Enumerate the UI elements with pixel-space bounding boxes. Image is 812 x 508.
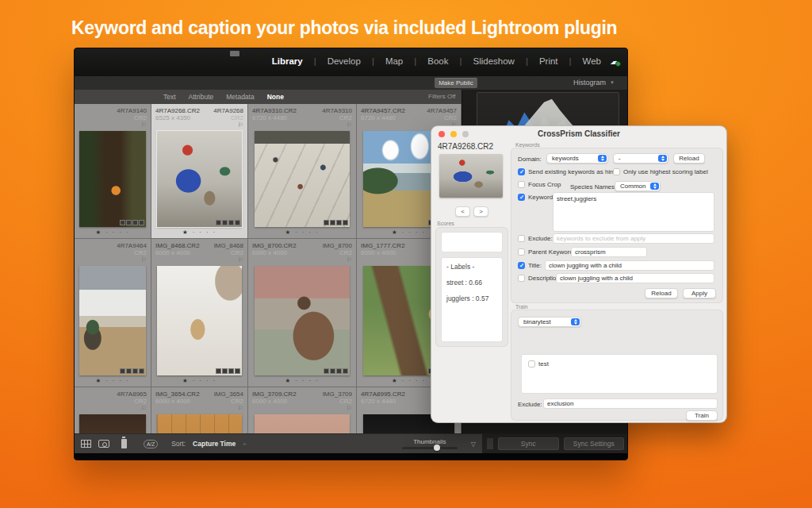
train-button[interactable]: Train (686, 410, 718, 421)
species-dropdown[interactable]: Common (615, 181, 661, 191)
rating-stars[interactable]: ★ · · · · (151, 228, 247, 238)
keywords-checkbox[interactable] (518, 194, 525, 201)
bottom-toolbar: A/Z Sort: Capture Time ÷ Thumbnails ▽ (75, 433, 482, 453)
cell-thumbnail[interactable] (157, 414, 241, 433)
keywords-textarea[interactable]: street,jugglers (553, 192, 714, 232)
cell-filename: IMG_3709.CR2 (252, 391, 297, 398)
flag-icon[interactable]: ⚐ (238, 405, 243, 412)
cell-thumbnail[interactable] (157, 131, 241, 227)
flag-icon[interactable]: ⚐ (347, 405, 352, 412)
module-web[interactable]: Web (564, 56, 607, 66)
sync-settings-button[interactable]: Sync Settings (564, 437, 625, 450)
panel-grip[interactable] (230, 51, 239, 56)
reload-button[interactable]: Reload (645, 288, 678, 298)
filter-tab-text[interactable]: Text (163, 93, 176, 101)
badge-icons[interactable] (120, 220, 144, 225)
grid-view-icon[interactable] (81, 440, 91, 448)
title-checkbox[interactable] (518, 262, 525, 269)
badge-icons[interactable] (216, 220, 240, 225)
cell-ext: CR2 (134, 249, 147, 256)
apply-button[interactable]: Apply (683, 288, 716, 298)
sort-direction-icon[interactable]: A/Z (144, 440, 158, 448)
module-book[interactable]: Book (408, 56, 454, 66)
histogram-header[interactable]: Histogram ▼ (573, 79, 615, 87)
description-input[interactable] (556, 273, 714, 283)
module-library[interactable]: Library (266, 56, 308, 66)
train-item-checkbox[interactable] (528, 360, 535, 368)
flag-icon[interactable]: ⚐ (141, 121, 147, 129)
cell-filename: IMG_1777.CR2 (361, 242, 405, 249)
sort-value[interactable]: Capture Time (193, 440, 236, 448)
cell-id: 4R7A9310 (322, 107, 352, 114)
grid-cell[interactable]: 4R7A8965 CR2 ⚐ ★ · · · · (75, 387, 151, 433)
sync-button[interactable]: Sync (498, 437, 559, 450)
train-group: binarytest test Exclude: Train (511, 310, 723, 421)
sync-toggle-icon[interactable] (487, 438, 493, 449)
filter-tab-metadata[interactable]: Metadata (226, 93, 254, 101)
grid-cell[interactable]: 4R7A9268.CR2 6525 x 4350 4R7A9268 CR2 ⚐ … (151, 104, 248, 239)
description-checkbox[interactable] (518, 275, 525, 282)
highest-only-checkbox[interactable] (613, 168, 620, 175)
focus-crop-checkbox[interactable] (518, 181, 525, 188)
grid-cell[interactable]: 4R7A9140 CR2 ⚐ ★ · · · · (75, 104, 151, 239)
cell-thumbnail[interactable] (79, 266, 146, 375)
cell-thumbnail[interactable] (255, 266, 350, 375)
filter-tab-none[interactable]: None (267, 93, 284, 101)
grid-cell[interactable]: IMG_8700.CR2 6000 x 4000 IMG_8700 CR2 ⚐ … (248, 239, 357, 387)
grid-cell[interactable]: IMG_3709.CR2 6000 x 4000 IMG_3709 CR2 ⚐ … (248, 387, 357, 433)
title-input[interactable] (545, 260, 714, 271)
exclude-checkbox[interactable] (518, 235, 525, 242)
train-exclude-input[interactable] (543, 398, 718, 409)
loupe-view-icon[interactable] (98, 440, 109, 448)
cell-ext: CR2 (231, 398, 243, 405)
domain-dropdown[interactable]: keywords (546, 153, 608, 164)
filter-tab-attribute[interactable]: Attribute (189, 93, 214, 101)
cell-id: IMG_3654 (214, 391, 243, 398)
flag-icon[interactable]: ⚐ (238, 121, 243, 129)
secondary-domain-dropdown[interactable]: - (613, 153, 668, 164)
module-slideshow[interactable]: Slideshow (454, 56, 519, 66)
flag-icon[interactable]: ⚐ (141, 256, 147, 264)
grid-cell[interactable]: 4R7A9464 CR2 ⚐ ★ · · · · (75, 239, 151, 387)
cell-thumbnail[interactable] (157, 266, 241, 375)
model-dropdown[interactable]: binarytest (518, 317, 581, 327)
exclude-input[interactable] (553, 233, 714, 244)
grid-cell[interactable]: IMG_8468.CR2 6000 x 4000 IMG_8468 CR2 ⚐ … (151, 239, 248, 387)
module-map[interactable]: Map (366, 56, 408, 66)
badge-icons[interactable] (120, 368, 144, 374)
make-public-button[interactable]: Make Public (435, 78, 477, 88)
thumbnail-slider[interactable] (402, 447, 458, 449)
filters-off-label[interactable]: Filters Off (428, 93, 456, 100)
rating-stars[interactable]: ★ · · · · (248, 228, 356, 238)
module-print[interactable]: Print (520, 56, 564, 66)
flag-icon[interactable]: ⚐ (141, 405, 147, 412)
previous-photo-button[interactable]: < (455, 206, 470, 217)
badge-icons[interactable] (324, 220, 348, 225)
module-develop[interactable]: Develop (308, 56, 366, 66)
cell-thumbnail[interactable] (79, 414, 146, 433)
rating-stars[interactable]: ★ · · · · (75, 228, 151, 238)
cell-thumbnail[interactable] (255, 414, 350, 433)
toolbar-chevron-icon[interactable]: ▽ (471, 441, 476, 448)
send-hints-checkbox[interactable] (518, 168, 525, 175)
badge-icons[interactable] (324, 368, 348, 374)
rating-stars[interactable]: ★ · · · · (151, 376, 247, 387)
flag-icon[interactable]: ⚐ (347, 256, 352, 264)
cloud-sync-icon[interactable]: ☁ (610, 56, 619, 66)
flag-icon[interactable]: ⚐ (238, 256, 243, 264)
grid-cell[interactable]: IMG_3654.CR2 6000 x 4000 IMG_3654 CR2 ⚐ … (151, 387, 248, 433)
reload-domains-button[interactable]: Reload (673, 153, 705, 164)
rating-stars[interactable]: ★ · · · · (75, 376, 151, 387)
sort-popup-icon[interactable]: ÷ (243, 441, 246, 448)
slider-knob[interactable] (434, 444, 440, 451)
badge-icons[interactable] (216, 368, 240, 374)
cell-thumbnail[interactable] (79, 131, 146, 227)
grid-cell[interactable]: 4R7A9310.CR2 6720 x 4480 4R7A9310 CR2 ⚐ … (248, 104, 357, 239)
painter-spray-icon[interactable] (121, 439, 127, 448)
rating-stars[interactable]: ★ · · · · (248, 376, 356, 387)
parent-keyword-input[interactable] (571, 247, 647, 257)
flag-icon[interactable]: ⚐ (347, 121, 352, 129)
next-photo-button[interactable]: > (473, 206, 488, 217)
parent-keyword-checkbox[interactable] (518, 248, 525, 256)
cell-thumbnail[interactable] (255, 131, 350, 227)
